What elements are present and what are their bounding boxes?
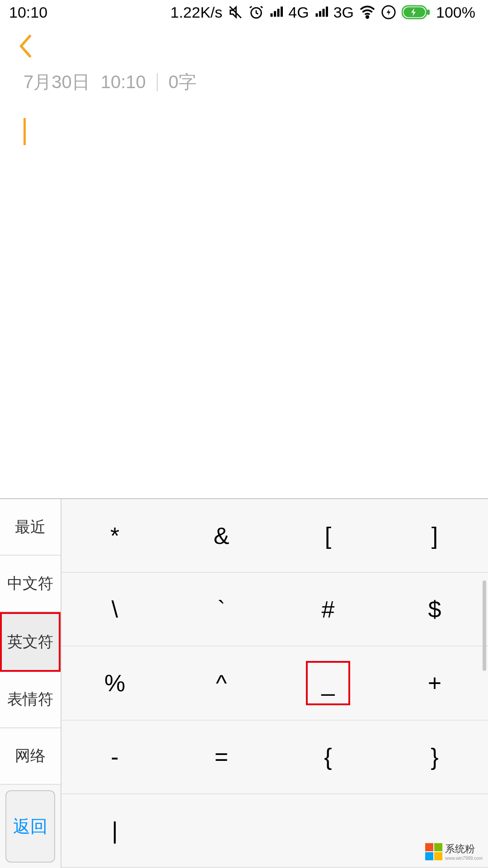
status-time: 10:10 bbox=[9, 4, 47, 21]
symbol-keyboard: 最近中文符英文符表情符网络返回 *&[]\`#$%^_+-={}| 系统粉 ww… bbox=[0, 498, 488, 868]
note-body[interactable] bbox=[0, 94, 488, 538]
watermark: 系统粉 www.win7999.com bbox=[425, 842, 483, 861]
status-battery: 100% bbox=[436, 4, 475, 21]
keyboard-key[interactable]: ] bbox=[381, 499, 488, 572]
note-time: 10:10 bbox=[101, 72, 146, 92]
keyboard-key[interactable]: ^ bbox=[168, 646, 275, 719]
keyboard-tab[interactable]: 最近 bbox=[0, 499, 61, 556]
keyboard-key[interactable]: = bbox=[168, 721, 275, 793]
status-bar: 10:10 1.22K/s 4G 3G 100% bbox=[0, 0, 488, 24]
keyboard-symbol-grid: *&[]\`#$%^_+-={}| 系统粉 www.win7999.com bbox=[61, 499, 488, 868]
keyboard-tab[interactable]: 表情符 bbox=[0, 672, 61, 728]
svg-rect-5 bbox=[427, 9, 430, 15]
note-word-count: 0字 bbox=[169, 70, 197, 94]
keyboard-key[interactable]: $ bbox=[381, 573, 488, 646]
meta-divider bbox=[157, 73, 158, 91]
alarm-icon bbox=[249, 5, 264, 20]
keyboard-key[interactable]: [ bbox=[275, 499, 381, 572]
watermark-logo-icon bbox=[425, 843, 442, 860]
status-right: 1.22K/s 4G 3G 100% bbox=[170, 4, 475, 21]
text-cursor bbox=[23, 118, 26, 145]
keyboard-key bbox=[168, 794, 275, 867]
keyboard-key[interactable]: & bbox=[168, 499, 275, 572]
back-button[interactable] bbox=[17, 33, 33, 61]
keyboard-key[interactable]: _ bbox=[275, 646, 381, 719]
watermark-text: 系统粉 bbox=[445, 843, 475, 854]
keyboard-key[interactable]: - bbox=[61, 721, 168, 793]
keyboard-row: \`#$ bbox=[61, 573, 488, 646]
keyboard-tab[interactable]: 网络 bbox=[0, 728, 61, 785]
keyboard-key[interactable]: # bbox=[275, 573, 381, 646]
signal-1-icon bbox=[269, 5, 283, 19]
keyboard-row: -={} bbox=[61, 721, 488, 794]
keyboard-key[interactable]: % bbox=[61, 646, 168, 719]
svg-point-2 bbox=[366, 16, 369, 18]
keyboard-key[interactable]: | bbox=[61, 794, 168, 867]
keyboard-key[interactable]: \ bbox=[61, 573, 168, 646]
status-net1: 4G bbox=[288, 4, 309, 21]
keyboard-scrollbar[interactable] bbox=[483, 580, 486, 671]
battery-icon bbox=[402, 5, 431, 20]
keyboard-tab[interactable]: 中文符 bbox=[0, 556, 61, 612]
keyboard-row: %^_+ bbox=[61, 646, 488, 720]
watermark-sub: www.win7999.com bbox=[445, 856, 483, 861]
status-speed: 1.22K/s bbox=[170, 4, 222, 21]
keyboard-key[interactable]: * bbox=[61, 499, 168, 572]
keyboard-key[interactable]: } bbox=[381, 721, 488, 793]
status-net2: 3G bbox=[333, 4, 354, 21]
keyboard-row: | bbox=[61, 794, 488, 868]
signal-2-icon bbox=[314, 5, 328, 19]
mute-icon bbox=[228, 5, 243, 20]
keyboard-return-button[interactable]: 返回 bbox=[5, 790, 55, 863]
keyboard-key[interactable]: ` bbox=[168, 573, 275, 646]
power-icon bbox=[381, 5, 396, 20]
keyboard-key[interactable]: { bbox=[275, 721, 381, 793]
keyboard-tab[interactable]: 英文符 bbox=[0, 612, 61, 671]
note-date: 7月30日 bbox=[23, 70, 90, 94]
keyboard-key[interactable]: + bbox=[381, 646, 488, 719]
keyboard-row: *&[] bbox=[61, 499, 488, 573]
note-meta: 7月30日 10:10 0字 bbox=[0, 70, 488, 94]
keyboard-key bbox=[275, 794, 381, 867]
keyboard-category-sidebar: 最近中文符英文符表情符网络返回 bbox=[0, 499, 61, 868]
app-header bbox=[0, 24, 488, 70]
wifi-icon bbox=[359, 4, 375, 20]
